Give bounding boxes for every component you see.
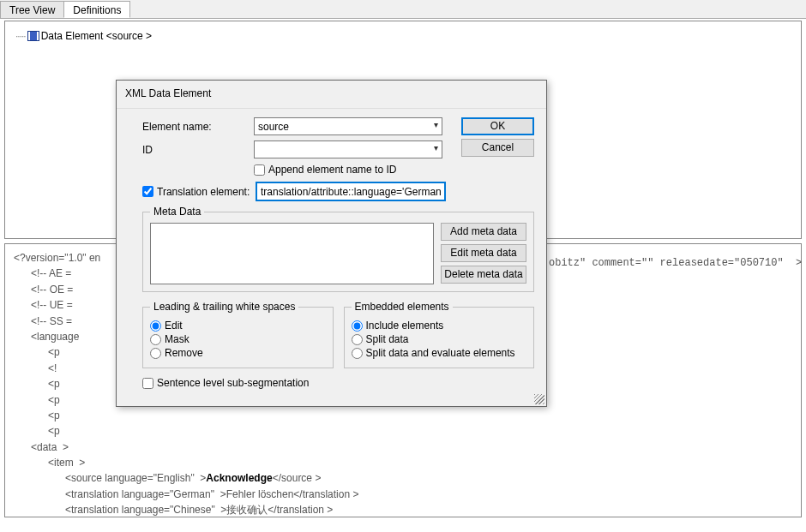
delete-meta-button[interactable]: Delete meta data xyxy=(441,266,526,284)
data-element-icon xyxy=(27,31,39,41)
emb-split-eval-label: Split data and evaluate elements xyxy=(366,347,515,359)
meta-data-fieldset: Meta Data Add meta data Edit meta data D… xyxy=(142,206,534,292)
emb-include-radio[interactable] xyxy=(352,320,363,332)
tree-node[interactable]: ····· Data Element <source > xyxy=(15,30,791,42)
translation-element-label: Translation element: xyxy=(157,186,253,198)
emb-include-label: Include elements xyxy=(366,320,444,332)
sub-seg-label: Sentence level sub-segmentation xyxy=(157,377,309,389)
element-name-label: Element name: xyxy=(142,121,254,133)
whitespace-fieldset: Leading & trailing white spaces Edit Mas… xyxy=(142,301,334,368)
id-label: ID xyxy=(142,144,254,156)
resize-grip[interactable] xyxy=(534,394,544,404)
tab-tree-view[interactable]: Tree View xyxy=(0,1,64,18)
translation-element-checkbox[interactable] xyxy=(142,186,153,197)
edit-meta-button[interactable]: Edit meta data xyxy=(441,244,526,262)
sub-seg-checkbox[interactable] xyxy=(142,378,153,389)
append-label: Append element name to ID xyxy=(268,164,396,176)
ws-edit-label: Edit xyxy=(165,320,183,332)
emb-split-label: Split data xyxy=(366,333,409,345)
meta-data-textarea[interactable] xyxy=(150,223,434,284)
meta-data-legend: Meta Data xyxy=(150,206,204,218)
tab-bar: Tree View Definitions xyxy=(0,0,806,19)
ws-remove-radio[interactable] xyxy=(150,348,161,359)
dialog-title: XML Data Element xyxy=(117,81,546,109)
ws-mask-radio[interactable] xyxy=(150,334,161,345)
ws-remove-label: Remove xyxy=(165,347,203,359)
cancel-button[interactable]: Cancel xyxy=(461,139,534,157)
tree-connector: ····· xyxy=(15,30,26,42)
tab-definitions[interactable]: Definitions xyxy=(63,1,130,18)
add-meta-button[interactable]: Add meta data xyxy=(441,223,526,241)
append-checkbox[interactable] xyxy=(254,164,265,176)
ok-button[interactable]: OK xyxy=(461,117,534,135)
emb-split-eval-radio[interactable] xyxy=(352,348,363,359)
ws-mask-label: Mask xyxy=(165,333,189,345)
element-name-select[interactable] xyxy=(254,117,442,135)
ws-edit-radio[interactable] xyxy=(150,320,161,332)
tree-node-label: Data Element <source > xyxy=(41,30,152,42)
embedded-legend: Embedded elements xyxy=(352,301,453,313)
translation-element-input[interactable] xyxy=(256,182,445,200)
whitespace-legend: Leading & trailing white spaces xyxy=(150,301,298,313)
xml-data-element-dialog: XML Data Element OK Cancel Element name:… xyxy=(116,80,547,407)
emb-split-radio[interactable] xyxy=(352,334,363,345)
id-select[interactable] xyxy=(254,140,442,158)
embedded-fieldset: Embedded elements Include elements Split… xyxy=(344,301,535,368)
